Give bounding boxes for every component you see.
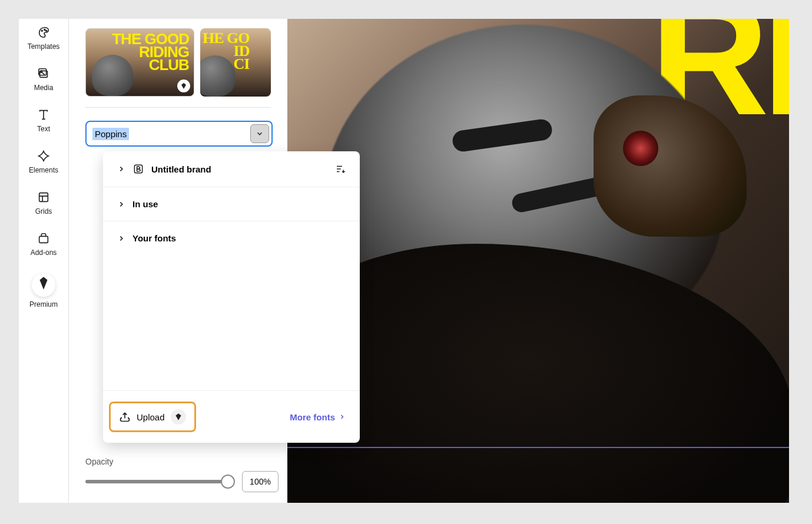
dropdown-section-title: Untitled brand bbox=[151, 164, 328, 174]
sidebar-item-templates[interactable]: Templates bbox=[19, 19, 68, 60]
templates-icon bbox=[37, 26, 50, 39]
svg-point-0 bbox=[41, 30, 42, 31]
elements-icon bbox=[37, 150, 50, 162]
sidebar-item-addons[interactable]: Add-ons bbox=[19, 225, 68, 266]
sidebar-item-premium[interactable]: Premium bbox=[19, 266, 68, 318]
upload-icon bbox=[119, 411, 131, 423]
style-thumbnail-1[interactable]: THE GOOD RIDING CLUB bbox=[85, 28, 194, 97]
font-select-value: Poppins bbox=[92, 128, 129, 140]
app-root: Templates Media Text Elements Grids Add-… bbox=[19, 19, 789, 503]
sidebar-item-label: Premium bbox=[29, 300, 58, 309]
sidebar-item-media[interactable]: Media bbox=[19, 60, 68, 101]
opacity-control-row: Opacity 100% bbox=[85, 457, 279, 492]
slider-knob[interactable] bbox=[221, 475, 235, 489]
thumbnail-text: HE GO ID CI bbox=[203, 32, 250, 71]
brand-icon bbox=[132, 163, 144, 175]
upload-label: Upload bbox=[137, 412, 165, 422]
opacity-label: Opacity bbox=[85, 457, 279, 466]
dropdown-section-title: In use bbox=[132, 199, 346, 209]
chevron-down-icon bbox=[256, 130, 264, 138]
font-dropdown-popover: Untitled brand In use Your fonts Upload … bbox=[103, 151, 360, 443]
sidebar-item-grids[interactable]: Grids bbox=[19, 184, 68, 225]
dropdown-section-your-fonts[interactable]: Your fonts bbox=[103, 221, 360, 255]
sidebar-item-label: Grids bbox=[35, 207, 52, 215]
sidebar-item-label: Templates bbox=[28, 42, 60, 51]
sidebar-item-label: Elements bbox=[29, 166, 58, 174]
svg-point-2 bbox=[46, 30, 47, 31]
more-fonts-link[interactable]: More fonts bbox=[290, 412, 346, 422]
left-sidebar: Templates Media Text Elements Grids Add-… bbox=[19, 19, 68, 503]
svg-point-1 bbox=[44, 29, 45, 31]
style-thumbnail-2[interactable]: HE GO ID CI bbox=[200, 28, 271, 97]
premium-icon bbox=[174, 413, 183, 421]
premium-badge-circle bbox=[32, 273, 55, 297]
svg-rect-7 bbox=[39, 236, 48, 243]
dropdown-footer: Upload More fonts bbox=[103, 390, 360, 443]
sort-icon[interactable] bbox=[335, 164, 346, 174]
canvas-body-shape bbox=[287, 244, 789, 503]
chevron-right-icon bbox=[117, 234, 125, 243]
opacity-value-input[interactable]: 100% bbox=[242, 471, 279, 492]
premium-badge bbox=[171, 409, 186, 424]
dropdown-section-brand[interactable]: Untitled brand bbox=[103, 151, 360, 187]
upload-fonts-button[interactable]: Upload bbox=[109, 402, 196, 432]
addons-icon bbox=[37, 232, 50, 245]
premium-icon bbox=[180, 82, 187, 89]
sidebar-item-text[interactable]: Text bbox=[19, 101, 68, 142]
thumbnail-text: THE GOOD RIDING CLUB bbox=[112, 32, 189, 71]
media-icon bbox=[37, 67, 50, 80]
design-canvas[interactable]: RI bbox=[287, 19, 789, 503]
premium-icon bbox=[36, 276, 51, 291]
svg-rect-6 bbox=[39, 193, 48, 202]
sidebar-item-elements[interactable]: Elements bbox=[19, 142, 68, 184]
text-icon bbox=[37, 108, 50, 121]
selection-indicator-line bbox=[287, 447, 789, 448]
font-select-input[interactable]: Poppins bbox=[92, 124, 250, 144]
chevron-right-icon bbox=[117, 165, 125, 173]
dropdown-section-title: Your fonts bbox=[132, 233, 346, 243]
dropdown-empty-area bbox=[103, 255, 360, 390]
opacity-slider[interactable] bbox=[85, 480, 234, 483]
dropdown-section-in-use[interactable]: In use bbox=[103, 187, 360, 221]
font-select-dropdown-toggle[interactable] bbox=[250, 124, 269, 143]
panel-divider bbox=[85, 107, 271, 108]
chevron-right-icon bbox=[339, 413, 346, 420]
font-family-select[interactable]: Poppins bbox=[85, 121, 273, 147]
style-thumbnails: THE GOOD RIDING CLUB HE GO ID CI bbox=[85, 28, 271, 97]
chevron-right-icon bbox=[117, 200, 125, 208]
more-fonts-label: More fonts bbox=[290, 412, 335, 422]
sidebar-item-label: Text bbox=[37, 125, 50, 133]
grids-icon bbox=[37, 191, 50, 204]
sidebar-item-label: Media bbox=[34, 84, 54, 92]
sidebar-item-label: Add-ons bbox=[31, 248, 57, 257]
premium-badge bbox=[177, 79, 190, 92]
